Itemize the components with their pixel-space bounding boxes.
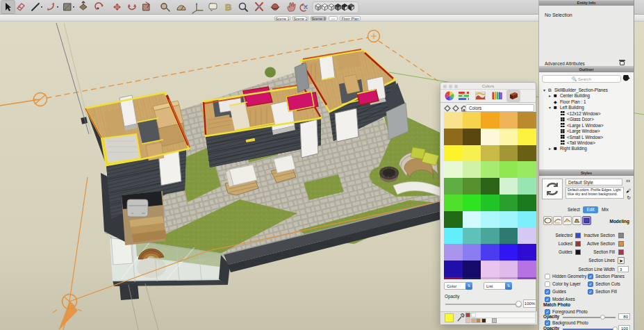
svg-text:B: B: [225, 2, 231, 13]
